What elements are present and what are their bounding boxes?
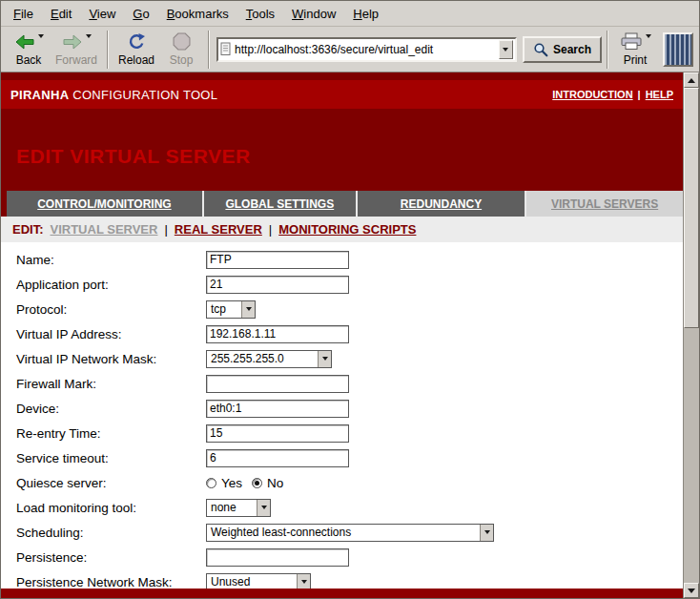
- search-icon: [533, 42, 548, 57]
- menu-go[interactable]: Go: [124, 3, 157, 25]
- form-row: Scheduling: Weighted least-connections: [16, 520, 683, 545]
- link-separator: |: [638, 89, 641, 100]
- print-options-caret-icon: [646, 34, 651, 38]
- printer-icon: [620, 32, 643, 51]
- chevron-down-icon: [241, 301, 255, 318]
- name-input[interactable]: [206, 251, 349, 269]
- tab-virtual-servers[interactable]: VIRTUAL SERVERS: [526, 191, 683, 217]
- quiesce-yes-radio[interactable]: [206, 478, 216, 488]
- form-row: Application port:: [16, 272, 683, 297]
- form-row: Persistence Network Mask: Unused: [16, 569, 683, 589]
- tab-global-settings[interactable]: GLOBAL SETTINGS: [204, 191, 358, 217]
- mozilla-throbber-icon[interactable]: [663, 32, 693, 67]
- subnav-link-virtual-server[interactable]: VIRTUAL SERVER: [51, 222, 158, 237]
- chevron-down-icon: [257, 500, 270, 516]
- toolbar-separator: [607, 31, 608, 69]
- scrollbar-track[interactable]: [684, 328, 699, 583]
- forward-history-caret-icon: [86, 34, 92, 38]
- url-bar: [216, 37, 517, 62]
- chevron-down-icon: [297, 574, 310, 589]
- form-row: Protocol: tcp: [16, 297, 683, 321]
- field-label: Service timeout:: [16, 451, 206, 465]
- form-row: Load monitoring tool: none: [16, 495, 683, 520]
- stop-button[interactable]: Stop: [159, 29, 203, 71]
- menu-view[interactable]: View: [80, 3, 124, 25]
- menu-bookmarks[interactable]: Bookmarks: [158, 3, 237, 25]
- menu-bar: File Edit View Go Bookmarks Tools Window…: [1, 1, 699, 27]
- stop-label: Stop: [170, 53, 194, 67]
- tab-redundancy[interactable]: REDUNDANCY: [358, 191, 526, 217]
- navigation-toolbar: Back Forward Reload Stop: [1, 27, 699, 72]
- scroll-down-button[interactable]: [684, 583, 699, 598]
- search-label: Search: [553, 43, 591, 56]
- subnav-prefix: EDIT:: [12, 222, 44, 237]
- scroll-up-button[interactable]: [684, 72, 699, 88]
- chevron-down-icon: [503, 48, 508, 52]
- menu-tools[interactable]: Tools: [237, 3, 283, 25]
- field-label: Quiesce server:: [16, 476, 206, 490]
- subnav: EDIT: VIRTUAL SERVER | REAL SERVER | MON…: [1, 217, 683, 242]
- subnav-link-real-server[interactable]: REAL SERVER: [175, 222, 262, 237]
- scheduling-select[interactable]: Weighted least-connections: [206, 524, 494, 542]
- field-label: Name:: [16, 253, 206, 267]
- piranha-header: PIRANHA CONFIGURATION TOOL INTRODUCTION …: [1, 80, 683, 109]
- menu-window[interactable]: Window: [283, 3, 344, 25]
- field-label: Virtual IP Address:: [16, 327, 206, 341]
- firewall-mark-input[interactable]: [206, 375, 349, 393]
- header-links: INTRODUCTION | HELP: [552, 89, 673, 100]
- menu-help[interactable]: Help: [344, 3, 387, 25]
- virtual-server-form: Name: Application port: Protocol: tcp Vi…: [1, 242, 683, 589]
- persistence-input[interactable]: [206, 548, 349, 567]
- print-button[interactable]: Print: [613, 29, 657, 71]
- service-timeout-input[interactable]: [206, 449, 349, 467]
- introduction-link[interactable]: INTRODUCTION: [552, 89, 632, 100]
- print-label: Print: [624, 53, 648, 67]
- browser-window: File Edit View Go Bookmarks Tools Window…: [0, 0, 700, 599]
- virtual-ip-address-input[interactable]: [206, 325, 349, 343]
- re-entry-time-input[interactable]: [206, 424, 349, 443]
- virtual-ip-network-mask-select[interactable]: 255.255.255.0: [206, 350, 332, 368]
- field-label: Re-entry Time:: [16, 426, 206, 441]
- quiesce-server-radio-group: Yes No: [206, 476, 293, 490]
- menu-edit[interactable]: Edit: [42, 3, 80, 25]
- protocol-select[interactable]: tcp: [206, 300, 256, 319]
- device-input[interactable]: [206, 400, 349, 418]
- form-row: Name:: [16, 247, 683, 272]
- reload-icon: [127, 32, 146, 52]
- chevron-down-icon: [318, 351, 331, 367]
- form-row: Persistence:: [16, 545, 683, 569]
- url-input[interactable]: [232, 43, 499, 56]
- radio-label: Yes: [221, 476, 242, 490]
- subnav-link-monitoring-scripts[interactable]: MONITORING SCRIPTS: [278, 222, 416, 237]
- field-label: Firewall Mark:: [16, 377, 206, 391]
- help-link[interactable]: HELP: [646, 89, 673, 100]
- search-button[interactable]: Search: [523, 36, 602, 63]
- field-label: Device:: [16, 402, 206, 416]
- back-label: Back: [16, 53, 42, 67]
- field-label: Persistence:: [16, 550, 206, 565]
- application-port-input[interactable]: [206, 276, 349, 294]
- menu-file[interactable]: File: [5, 3, 42, 25]
- form-row: Quiesce server: Yes No: [16, 470, 683, 495]
- radio-label: No: [267, 476, 283, 490]
- arrow-down-icon: [688, 589, 695, 593]
- forward-label: Forward: [55, 53, 97, 67]
- load-monitoring-tool-select[interactable]: none: [206, 499, 271, 517]
- forward-button[interactable]: Forward: [51, 29, 102, 71]
- back-arrow-icon: [14, 32, 35, 52]
- toolbar-separator: [107, 31, 109, 69]
- piranha-brand: PIRANHA CONFIGURATION TOOL: [10, 88, 217, 102]
- chevron-down-icon: [480, 525, 493, 541]
- form-row: Service timeout:: [16, 445, 683, 470]
- form-row: Virtual IP Address:: [16, 321, 683, 346]
- persistence-network-mask-select[interactable]: Unused: [206, 573, 311, 589]
- url-dropdown-button[interactable]: [499, 40, 513, 59]
- back-button[interactable]: Back: [7, 29, 51, 71]
- form-row: Virtual IP Network Mask: 255.255.255.0: [16, 346, 683, 371]
- reload-label: Reload: [118, 53, 154, 67]
- scrollbar-thumb[interactable]: [684, 88, 699, 328]
- reload-button[interactable]: Reload: [113, 29, 159, 71]
- tab-control-monitoring[interactable]: CONTROL/MONITORING: [7, 191, 204, 217]
- quiesce-no-radio[interactable]: [252, 478, 262, 488]
- subnav-separator: |: [164, 222, 167, 237]
